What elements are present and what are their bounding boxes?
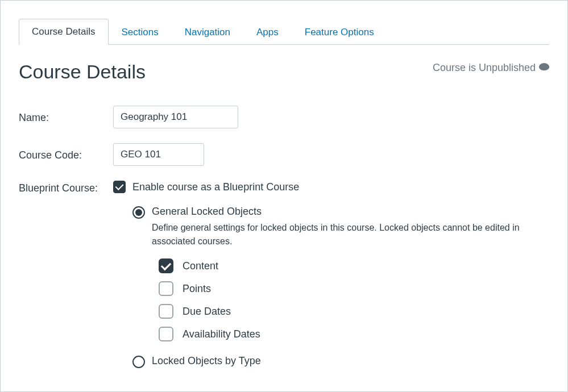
tabs-bar: Course Details Sections Navigation Apps … — [19, 19, 549, 45]
blueprint-label: Blueprint Course: — [19, 181, 113, 194]
row-course-code: Course Code: — [19, 143, 549, 166]
option-availability-dates-label: Availability Dates — [183, 328, 260, 340]
option-points-row: Points — [159, 281, 549, 296]
enable-blueprint-row: Enable course as a Blueprint Course — [113, 181, 549, 193]
content-area: Course Details Course is Unpublished Nam… — [1, 45, 567, 374]
tab-course-details[interactable]: Course Details — [19, 19, 109, 45]
option-points-label: Points — [183, 283, 211, 295]
radio-by-type-title: Locked Objects by Type — [152, 355, 549, 367]
general-options: Content Points Due Dates — [159, 258, 549, 341]
option-availability-dates-row: Availability Dates — [159, 327, 549, 341]
radio-general-title: General Locked Objects — [152, 206, 549, 218]
row-blueprint: Blueprint Course: Enable course as a Blu… — [19, 181, 549, 374]
code-input[interactable] — [113, 143, 204, 166]
tab-sections[interactable]: Sections — [109, 19, 172, 45]
option-due-dates-label: Due Dates — [183, 306, 231, 318]
header-row: Course Details Course is Unpublished — [19, 61, 549, 83]
row-name: Name: — [19, 106, 549, 128]
radio-general[interactable] — [132, 206, 145, 219]
option-points-checkbox[interactable] — [159, 281, 173, 296]
lock-mode-group: General Locked Objects Define general se… — [132, 206, 549, 370]
cloud-icon — [539, 63, 549, 70]
radio-by-type-row: Locked Objects by Type — [132, 355, 549, 370]
option-availability-dates-checkbox[interactable] — [159, 327, 173, 341]
option-due-dates-checkbox[interactable] — [159, 304, 173, 319]
radio-general-row: General Locked Objects Define general se… — [132, 206, 549, 349]
name-label: Name: — [19, 110, 113, 124]
option-content-label: Content — [183, 260, 218, 272]
tab-apps[interactable]: Apps — [243, 19, 292, 45]
radio-general-desc: Define general settings for locked objec… — [152, 221, 538, 248]
enable-blueprint-label: Enable course as a Blueprint Course — [132, 181, 299, 193]
tab-feature-options[interactable]: Feature Options — [292, 19, 387, 45]
code-label: Course Code: — [19, 148, 113, 161]
publish-status-text: Course is Unpublished — [433, 62, 536, 74]
settings-page: Course Details Sections Navigation Apps … — [0, 0, 568, 392]
page-title: Course Details — [19, 61, 146, 83]
option-due-dates-row: Due Dates — [159, 304, 549, 319]
radio-by-type[interactable] — [132, 356, 145, 368]
enable-blueprint-checkbox[interactable] — [113, 181, 126, 193]
name-input[interactable] — [113, 106, 238, 128]
option-content-row: Content — [159, 258, 549, 273]
publish-status: Course is Unpublished — [433, 61, 549, 74]
option-content-checkbox[interactable] — [159, 258, 173, 273]
tab-navigation[interactable]: Navigation — [172, 19, 243, 45]
